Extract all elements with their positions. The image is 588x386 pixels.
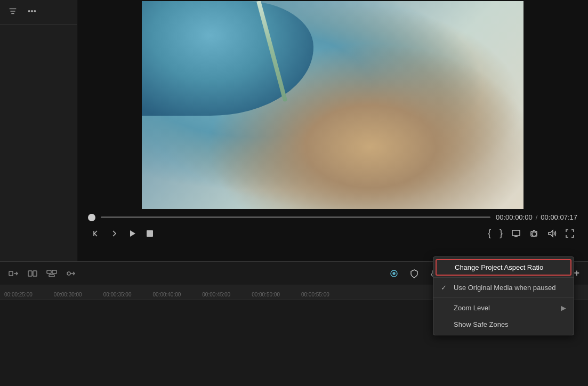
- timeline-tool-1[interactable]: [5, 267, 21, 280]
- svg-rect-18: [52, 270, 57, 274]
- menu-item-zoom-level[interactable]: Zoom Level ▶: [433, 300, 574, 316]
- controls-area: 00:00:00:00 / 00:00:07:17: [77, 213, 588, 241]
- step-back-icon: [91, 229, 101, 238]
- timeline-tool-3[interactable]: [44, 267, 60, 280]
- step-forward-button[interactable]: [106, 227, 122, 240]
- current-time: 00:00:00:00: [496, 213, 533, 221]
- svg-point-22: [393, 272, 395, 275]
- ruler-mark-3: 00:00:40:00: [152, 292, 202, 297]
- svg-rect-8: [147, 230, 153, 237]
- audio-icon: [547, 229, 557, 238]
- fullscreen-icon: [566, 229, 574, 238]
- menu-item-show-safe-zones[interactable]: Show Safe Zones: [433, 316, 574, 333]
- menu-label-zoom-level: Zoom Level: [454, 304, 490, 312]
- timeline-shield-icon: [409, 269, 419, 278]
- svg-rect-17: [47, 270, 51, 274]
- timeline-ctrl-1[interactable]: [386, 267, 402, 280]
- ruler-mark-0: 00:00:25:00: [0, 292, 54, 297]
- video-frame: [142, 1, 523, 209]
- ruler-mark-1: 00:00:30:00: [54, 292, 103, 297]
- stop-button[interactable]: [142, 227, 157, 240]
- timeline-audio-icon: [66, 268, 76, 279]
- mark-out-button[interactable]: }: [496, 226, 506, 241]
- svg-point-5: [34, 10, 36, 12]
- timeline-track-icon: [46, 268, 57, 279]
- snapshot-button[interactable]: [526, 227, 542, 240]
- video-area: 00:00:00:00 / 00:00:07:17: [77, 0, 588, 261]
- ruler-mark-4: 00:00:45:00: [202, 292, 252, 297]
- context-menu: Change Project Aspect Ratio ✓ Use Origin…: [433, 256, 574, 335]
- filter-button[interactable]: [5, 5, 20, 20]
- time-display: 00:00:00:00 / 00:00:07:17: [496, 213, 577, 221]
- timeline-ctrl-2[interactable]: [406, 267, 422, 280]
- filter-icon: [8, 6, 18, 16]
- monitor-icon: [511, 229, 521, 238]
- timeline-insert-icon: [8, 268, 19, 279]
- svg-marker-13: [549, 230, 553, 237]
- timeline-marker-icon: [389, 269, 399, 278]
- left-panel: [0, 0, 77, 261]
- playback-controls: { }: [88, 226, 577, 241]
- svg-point-4: [31, 10, 33, 12]
- svg-rect-19: [49, 275, 54, 277]
- menu-label-use-original-media: Use Original Media when paused: [454, 284, 556, 292]
- svg-rect-14: [9, 271, 13, 276]
- menu-item-change-aspect-ratio[interactable]: Change Project Aspect Ratio: [436, 259, 571, 276]
- zoom-level-arrow: ▶: [561, 304, 566, 312]
- monitor-button[interactable]: [508, 227, 524, 240]
- play-icon: [127, 229, 137, 238]
- left-panel-toolbar: [0, 0, 77, 25]
- ruler-marks: 00:00:25:00 00:00:30:00 00:00:35:00 00:0…: [0, 292, 351, 297]
- step-back-button[interactable]: [88, 227, 104, 240]
- svg-point-3: [28, 10, 30, 12]
- more-icon: [27, 6, 37, 16]
- svg-marker-7: [130, 230, 135, 237]
- progress-track[interactable]: [101, 216, 490, 218]
- more-options-button[interactable]: [25, 5, 39, 20]
- stop-icon: [146, 229, 154, 238]
- mark-in-label: {: [488, 228, 491, 239]
- svg-point-20: [67, 272, 70, 275]
- menu-label-show-safe-zones: Show Safe Zones: [454, 320, 509, 328]
- video-preview: [142, 1, 523, 209]
- mark-in-button[interactable]: {: [485, 226, 494, 241]
- play-button[interactable]: [124, 227, 140, 240]
- ruler-mark-2: 00:00:35:00: [103, 292, 153, 297]
- menu-divider-2: [433, 297, 574, 298]
- progress-handle[interactable]: [88, 214, 95, 221]
- fullscreen-button[interactable]: [562, 227, 577, 240]
- timeline-clip-icon: [27, 268, 38, 279]
- ruler-mark-6: 00:00:55:00: [301, 292, 351, 297]
- snapshot-icon: [529, 229, 539, 238]
- audio-button[interactable]: [544, 227, 560, 240]
- check-use-original-media: ✓: [441, 284, 449, 292]
- svg-rect-9: [512, 230, 520, 236]
- mark-out-label: }: [500, 228, 503, 239]
- step-forward-icon: [109, 229, 119, 238]
- timeline-tool-2[interactable]: [25, 267, 41, 280]
- svg-rect-15: [28, 271, 32, 276]
- menu-divider-1: [433, 277, 574, 278]
- time-separator: /: [536, 213, 538, 221]
- svg-rect-16: [33, 271, 37, 276]
- menu-item-use-original-media[interactable]: ✓ Use Original Media when paused: [433, 279, 574, 296]
- timeline-tool-4[interactable]: [63, 267, 79, 280]
- menu-label-change-aspect-ratio: Change Project Aspect Ratio: [455, 263, 543, 271]
- svg-point-12: [532, 232, 536, 236]
- ruler-mark-5: 00:00:50:00: [252, 292, 301, 297]
- timeline-bar: 00:00:00:00 / 00:00:07:17: [88, 213, 577, 221]
- total-time: 00:00:07:17: [541, 213, 577, 221]
